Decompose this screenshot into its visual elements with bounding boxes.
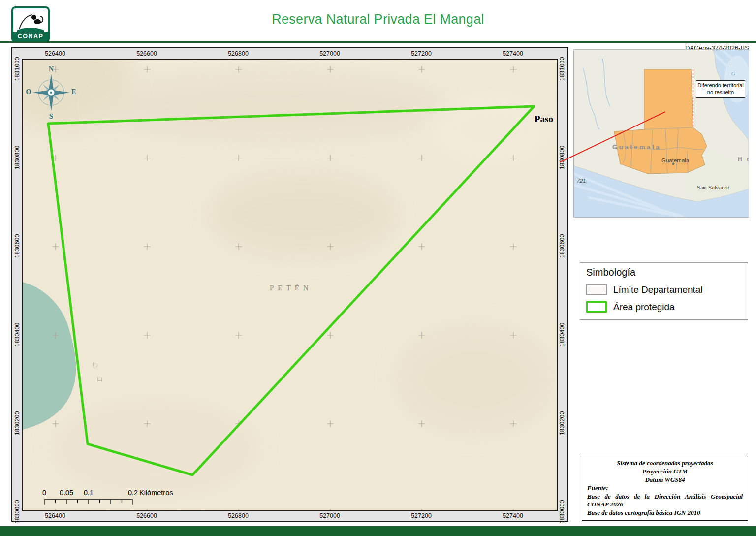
footer-bar [0,526,756,536]
map-document: CONAP Reserva Natural Privada El Mangal … [0,0,756,536]
scale-tick-label: 0.1 [84,489,94,497]
grid-label-x: 526600 [136,511,157,521]
grid-label-y: 1830200 [559,411,566,436]
country-label: G u a t e m a l a [612,143,659,151]
header-divider [0,41,756,43]
credits-box: Sistema de coordenadas proyectadas Proye… [582,456,748,521]
grid-label-y: 1831000 [14,57,21,81]
san-salvador-label: San Salvador [697,185,729,190]
scale-tick-label: 0.2 [128,489,138,497]
grid-label-x: 526400 [45,511,65,521]
grid-label-x: 526800 [228,511,249,521]
grid-label-y: 1831000 [559,57,566,81]
grid-label-y: 1830800 [14,146,21,170]
grid-label-y: 1830600 [559,234,566,258]
protected-area-swatch [586,301,607,313]
legend-item-departmental: Límite Departamental [586,284,742,295]
coord-band-left: 1831000183080018306001830400183020018300… [12,59,22,511]
legend-item-protected: Área protegida [586,301,742,313]
grid-label-x: 527400 [503,48,523,59]
scale-bar: 0 0.05 0.1 0.2 Kilómetros [44,489,197,508]
capital-city-label: Guatemala [662,158,689,163]
protected-area-layer [23,60,558,511]
department-boundary-swatch [586,284,607,295]
grid-label-y: 1830000 [14,500,21,524]
grid-label-y: 1830000 [559,500,566,524]
page-title: Reserva Natural Privada El Mangal [0,12,756,27]
grid-label-y: 1830800 [559,146,566,170]
coord-band-bottom: 526400526600526800527000527200527400 [22,511,558,521]
grid-label-x: 527000 [319,48,340,59]
legend-item-label: Límite Departamental [613,284,703,295]
compass-east-label: E [71,88,76,95]
crs-line: Proyección GTM [587,468,743,476]
protected-area-boundary [48,106,534,475]
grid-label-y: 1830600 [14,234,21,258]
legend-panel: Simbología Límite Departamental Área pro… [580,262,748,320]
conap-logo-text: CONAP [13,32,48,41]
left-edge-label-fragment: 721 [577,178,586,184]
legend-item-label: Área protegida [613,302,675,313]
grid-label-x: 526800 [228,48,249,59]
scale-tick-label: 0.05 [60,489,73,497]
grid-label-y: 1830200 [14,411,21,436]
inset-art [574,50,749,217]
scale-unit-label: Kilómetros [139,489,173,497]
source-label: Fuente: [587,484,743,493]
scale-ruler [44,499,143,506]
crs-line: Sistema de coordenadas proyectadas [587,459,743,468]
map-frame: 526400526600526800527000527200527400 526… [11,47,568,522]
source-line: Base de datos de la Dirección Análisis G… [587,493,743,509]
compass-rose: N S O E [24,63,79,122]
grid-label-x: 526400 [45,48,65,59]
grid-label-x: 527400 [503,511,523,521]
grid-label-x: 527200 [411,48,432,59]
grid-label-y: 1830400 [559,323,566,347]
compass-south-label: S [49,113,53,120]
scale-tick-label: 0 [42,489,46,497]
compass-west-label: O [26,88,32,95]
inset-map: G u a t e m a l a Guatemala San Salvador… [573,49,749,218]
honduras-label-fragment: H o [738,156,749,163]
map-canvas: PETÉN Paso N S O E 0 0.05 0.1 [22,59,558,511]
coord-band-right: 1831000183080018306001830400183020018300… [557,59,567,511]
grid-label-y: 1830400 [14,323,21,347]
grid-label-x: 526600 [136,48,157,59]
territorial-dispute-note: Diferendo territorial no resuelto [696,80,745,98]
crs-line: Datum WGS84 [587,476,743,484]
legend-title: Simbología [586,267,742,278]
source-line: Base de datos cartografía básica IGN 201… [587,509,743,517]
grid-label-x: 527000 [319,511,340,521]
coord-band-top: 526400526600526800527000527200527400 [22,48,558,59]
compass-north-label: N [49,65,54,73]
grid-label-x: 527200 [411,511,432,521]
sea-label-fragment: G [731,70,735,76]
